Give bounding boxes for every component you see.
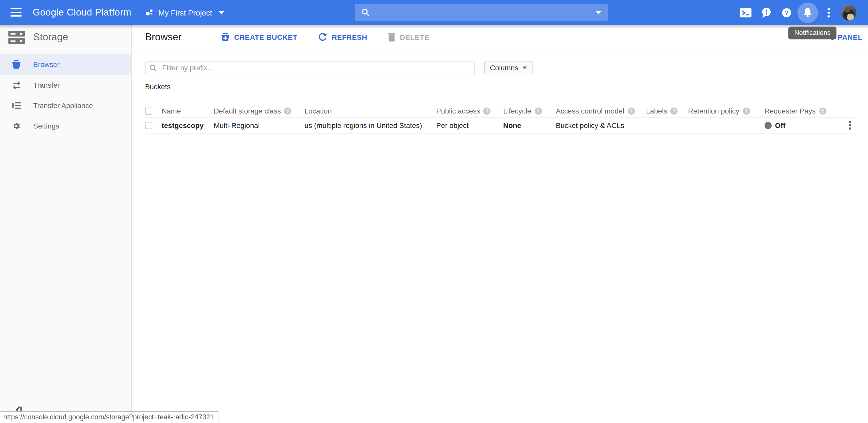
bucket-name[interactable]: testgcscopy	[162, 121, 214, 129]
column-header-lifecycle[interactable]: Lifecycle?	[503, 107, 556, 115]
help-badge-icon[interactable]: ?	[284, 108, 291, 115]
feedback-icon[interactable]	[760, 7, 772, 18]
table-header-row: Name Default storage class? Location Pub…	[145, 105, 855, 117]
bucket-location: us (multiple regions in United States)	[305, 121, 436, 129]
help-icon[interactable]: ?	[781, 7, 792, 18]
refresh-icon	[318, 33, 327, 41]
project-name: My First Project	[158, 8, 212, 17]
user-avatar[interactable]	[841, 5, 857, 20]
product-title: Storage	[33, 32, 68, 43]
help-badge-icon[interactable]: ?	[671, 108, 678, 115]
user-avatar-image	[841, 5, 857, 20]
help-badge-icon[interactable]: ?	[534, 108, 542, 115]
sidebar-item-label: Transfer	[33, 81, 60, 89]
help-badge-icon[interactable]: ?	[743, 108, 750, 115]
sidebar-item-settings[interactable]: Settings	[0, 116, 131, 136]
delete-button[interactable]: DELETE	[388, 33, 429, 41]
filter-box[interactable]	[145, 61, 475, 74]
storage-product-icon	[8, 31, 25, 44]
sidebar-item-label: Settings	[33, 122, 59, 130]
section-label: Buckets	[145, 83, 855, 91]
bucket-requester-pays: Off	[765, 121, 834, 129]
project-selector[interactable]: My First Project	[145, 0, 224, 25]
filter-input[interactable]	[161, 63, 471, 73]
cloud-shell-icon[interactable]	[740, 8, 751, 17]
help-badge-icon[interactable]: ?	[819, 108, 826, 115]
product-bar: Storage Browser CREATE BUCKET REFRESH	[0, 25, 868, 49]
appliance-list-icon	[11, 101, 22, 110]
delete-trash-icon	[388, 33, 396, 41]
select-all-checkbox[interactable]	[145, 108, 152, 115]
bucket-lifecycle: None	[503, 121, 556, 129]
create-bucket-button[interactable]: CREATE BUCKET	[221, 32, 297, 41]
bucket-storage-class: Multi-Regional	[214, 121, 304, 129]
product-header: Storage	[0, 25, 132, 49]
app-bar: Google Cloud Platform My First Project ?	[0, 0, 868, 25]
create-bucket-icon	[221, 32, 230, 41]
page-toolbar: Browser CREATE BUCKET REFRESH DELETE	[132, 25, 868, 49]
row-checkbox[interactable]	[145, 121, 152, 129]
help-badge-icon[interactable]: ?	[484, 108, 491, 115]
chevron-down-icon	[219, 11, 224, 14]
chevron-down-icon	[523, 66, 527, 69]
global-search-input[interactable]	[355, 4, 608, 21]
transfer-arrows-icon	[11, 81, 22, 89]
column-header-access-control-model[interactable]: Access control model?	[556, 107, 646, 115]
gear-icon	[11, 121, 22, 131]
project-icon	[145, 8, 154, 17]
hamburger-menu-icon[interactable]	[10, 8, 22, 17]
search-scope-chevron-icon[interactable]	[596, 11, 601, 14]
main-content: Columns Buckets Name Default storage cla…	[132, 50, 868, 423]
search-icon	[362, 8, 370, 17]
sidebar-item-label: Browser	[33, 60, 60, 69]
page-title: Browser	[145, 31, 181, 43]
sidebar-item-browser[interactable]: Browser	[0, 54, 131, 75]
column-header-location[interactable]: Location	[305, 107, 436, 115]
bucket-public-access: Per object	[436, 121, 503, 129]
column-header-retention-policy[interactable]: Retention policy?	[688, 107, 765, 115]
filter-search-icon	[150, 64, 157, 72]
notifications-bell-icon[interactable]	[803, 7, 813, 18]
gcp-console: Google Cloud Platform My First Project ?	[0, 0, 868, 423]
sidebar-item-transfer[interactable]: Transfer	[0, 75, 131, 95]
bucket-icon	[11, 60, 22, 69]
buckets-table: Name Default storage class? Location Pub…	[145, 105, 855, 134]
sidebar-item-transfer-appliance[interactable]: Transfer Appliance	[0, 95, 131, 116]
bucket-access-control-model: Bucket policy & ACLs	[556, 121, 646, 129]
off-status-dot-icon	[765, 121, 772, 129]
svg-text:?: ?	[785, 9, 788, 16]
column-header-labels[interactable]: Labels?	[646, 107, 688, 115]
sidebar-item-label: Transfer Appliance	[33, 101, 93, 110]
row-kebab-menu-icon[interactable]	[848, 120, 852, 131]
brand-logo[interactable]: Google Cloud Platform	[33, 7, 131, 18]
refresh-button[interactable]: REFRESH	[318, 33, 367, 41]
columns-button[interactable]: Columns	[485, 61, 533, 74]
more-options-icon[interactable]	[828, 7, 830, 18]
notifications-tooltip: Notifications	[788, 27, 836, 39]
help-badge-icon[interactable]: ?	[627, 108, 635, 115]
column-header-requester-pays[interactable]: Requester Pays?	[765, 107, 834, 115]
column-header-default-storage-class[interactable]: Default storage class?	[214, 107, 304, 115]
browser-status-bar: https://console.cloud.google.com/storage…	[0, 411, 220, 423]
column-header-public-access[interactable]: Public access?	[436, 107, 503, 115]
column-header-name[interactable]: Name	[162, 107, 214, 115]
table-row[interactable]: testgcscopy Multi-Regional us (multiple …	[145, 117, 855, 134]
sidebar: Browser Transfer Transfer Appliance Sett…	[0, 50, 132, 423]
